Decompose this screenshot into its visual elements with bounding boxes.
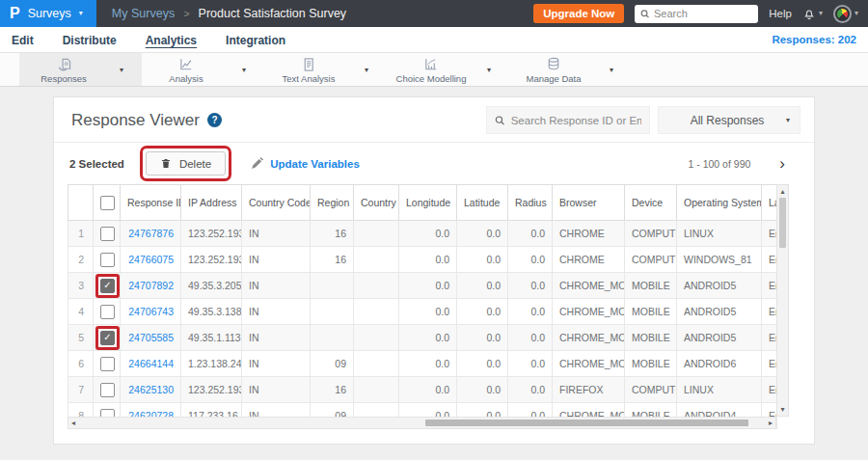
nav-tab-integration[interactable]: Integration	[226, 32, 285, 47]
help-link[interactable]: Help	[769, 8, 792, 19]
response-id-link[interactable]: 24625130	[128, 384, 174, 395]
cell-language: English	[762, 325, 777, 351]
cell-region: 09	[311, 351, 354, 377]
toolbar-item-text-analysis[interactable]: Text Analysis▾	[264, 53, 387, 86]
vertical-scroll-thumb[interactable]	[779, 198, 786, 248]
cell-browser: CHROME_MOBILE	[553, 325, 625, 351]
row-select-cell: ✓	[94, 273, 121, 299]
cell-response-id: 24767876	[121, 221, 181, 247]
cell-latitude: 0.0	[457, 351, 508, 377]
update-variables-button[interactable]: Update Variables	[251, 157, 360, 170]
global-search-box[interactable]	[635, 5, 758, 23]
upgrade-now-button[interactable]: Upgrade Now	[533, 4, 624, 23]
cell-response-id: 24706743	[121, 299, 181, 325]
account-menu[interactable]: ▾	[833, 5, 858, 23]
global-search-input[interactable]	[654, 8, 752, 19]
row-checkbox[interactable]	[100, 305, 115, 319]
toolbar-item-responses[interactable]: Responses▾	[19, 53, 142, 86]
cell-browser: FIREFOX	[553, 377, 625, 403]
cell-browser: CHROME_MOBILE	[553, 351, 625, 377]
cell-device: MOBILE	[625, 299, 677, 325]
response-id-link[interactable]: 24707892	[128, 280, 174, 291]
row-select-cell	[94, 221, 121, 247]
cell-country	[354, 273, 399, 299]
vertical-scrollbar[interactable]: ▴ ▾	[776, 184, 789, 417]
cell-browser: CHROME	[553, 247, 625, 273]
column-header-ip-address[interactable]: IP Address	[181, 185, 242, 221]
cell-country-code: IN	[242, 299, 311, 325]
column-header-radius[interactable]: Radius	[508, 185, 553, 221]
response-id-link[interactable]: 24767876	[128, 228, 174, 239]
chevron-down-icon[interactable]: ▾	[487, 66, 491, 74]
table-row: 3✓2470789249.35.3.205IN0.00.00.0CHROME_M…	[68, 273, 777, 299]
help-question-icon[interactable]: ?	[207, 113, 222, 127]
toolbar-item-choice-modelling[interactable]: Choice Modelling▾	[387, 53, 509, 86]
column-header-country-code[interactable]: Country Code	[242, 185, 311, 221]
row-checkbox[interactable]	[100, 383, 115, 397]
table-row: 124767876123.252.193.148IN160.00.00.0CHR…	[68, 221, 777, 247]
column-header-country[interactable]: Country	[354, 185, 399, 221]
column-header-browser[interactable]: Browser	[553, 185, 625, 221]
response-search-box[interactable]	[486, 106, 650, 134]
row-checkbox[interactable]	[100, 227, 115, 241]
next-page-button[interactable]: ›	[779, 155, 799, 172]
responses-count-badge[interactable]: Responses: 202	[772, 34, 856, 45]
row-checkbox[interactable]	[100, 357, 115, 371]
chevron-down-icon[interactable]: ▾	[242, 66, 246, 74]
nav-tab-distribute[interactable]: Distribute	[63, 32, 117, 47]
response-id-link[interactable]: 24664144	[128, 358, 174, 369]
scroll-up-icon[interactable]: ▴	[777, 187, 788, 196]
scroll-right-icon[interactable]: ▸	[769, 419, 773, 427]
response-id-link[interactable]: 24766075	[128, 254, 174, 265]
trash-icon	[160, 157, 172, 170]
select-all-checkbox[interactable]	[100, 196, 115, 210]
questionpro-logo-icon: P	[10, 6, 20, 21]
horizontal-scrollbar[interactable]: ◂ ▸	[68, 417, 776, 429]
chevron-down-icon[interactable]: ▾	[610, 66, 613, 74]
cell-ip-address: 123.252.193.148	[181, 377, 242, 403]
horizontal-scroll-thumb[interactable]	[425, 419, 748, 426]
avatar-gauge-icon	[837, 9, 848, 19]
notifications-menu[interactable]: ▾	[802, 7, 823, 21]
chevron-down-icon: ▾	[786, 117, 790, 124]
column-header-response-id[interactable]: Response ID▲	[121, 185, 181, 221]
app-logo-menu[interactable]: P Surveys ▾	[0, 0, 96, 27]
toolbar-item-manage-data[interactable]: Manage Data▾	[509, 53, 632, 86]
scroll-down-icon[interactable]: ▾	[777, 405, 788, 414]
chevron-down-icon[interactable]: ▾	[120, 66, 123, 74]
column-header-device[interactable]: Device	[625, 185, 677, 221]
column-header-operating-system[interactable]: Operating System	[677, 185, 762, 221]
row-checkbox[interactable]	[100, 253, 115, 267]
nav-tab-edit[interactable]: Edit	[12, 32, 34, 47]
response-id-link[interactable]: 24705585	[128, 332, 174, 343]
column-header-region[interactable]: Region	[311, 185, 354, 221]
responses-table: Response ID▲IP AddressCountry CodeRegion…	[68, 184, 789, 429]
cell-browser: CHROME_MOBILE	[553, 273, 625, 299]
row-checkbox[interactable]: ✓	[100, 279, 115, 293]
text-analysis-icon	[301, 57, 316, 72]
column-header-latitude[interactable]: Latitude	[457, 185, 508, 221]
delete-button[interactable]: Delete	[146, 151, 226, 176]
cell-operating-system: ANDROID5	[677, 325, 762, 351]
cell-latitude: 0.0	[457, 299, 508, 325]
select-all-header[interactable]	[94, 185, 121, 221]
responses-filter-dropdown[interactable]: All Responses ▾	[658, 106, 800, 134]
response-search-input[interactable]	[511, 115, 641, 126]
cell-country-code: IN	[242, 247, 311, 273]
cell-country	[354, 247, 399, 273]
row-number: 1	[68, 221, 94, 247]
nav-tab-analytics[interactable]: Analytics	[146, 32, 197, 47]
cell-country-code: IN	[242, 273, 311, 299]
section-nav: EditDistributeAnalyticsIntegration Respo…	[0, 27, 868, 53]
chevron-down-icon[interactable]: ▾	[365, 66, 368, 74]
breadcrumb-my-surveys[interactable]: My Surveys	[112, 7, 175, 20]
row-checkbox[interactable]: ✓	[100, 331, 115, 345]
column-header-language[interactable]: Language	[762, 185, 777, 221]
response-id-link[interactable]: 24706743	[128, 306, 174, 317]
column-header-longitude[interactable]: Longitude	[399, 185, 457, 221]
cell-operating-system: LINUX	[677, 221, 762, 247]
toolbar-item-analysis[interactable]: Analysis▾	[142, 53, 264, 86]
scroll-left-icon[interactable]: ◂	[71, 419, 75, 427]
row-number: 5	[68, 325, 94, 351]
cell-longitude: 0.0	[399, 351, 457, 377]
